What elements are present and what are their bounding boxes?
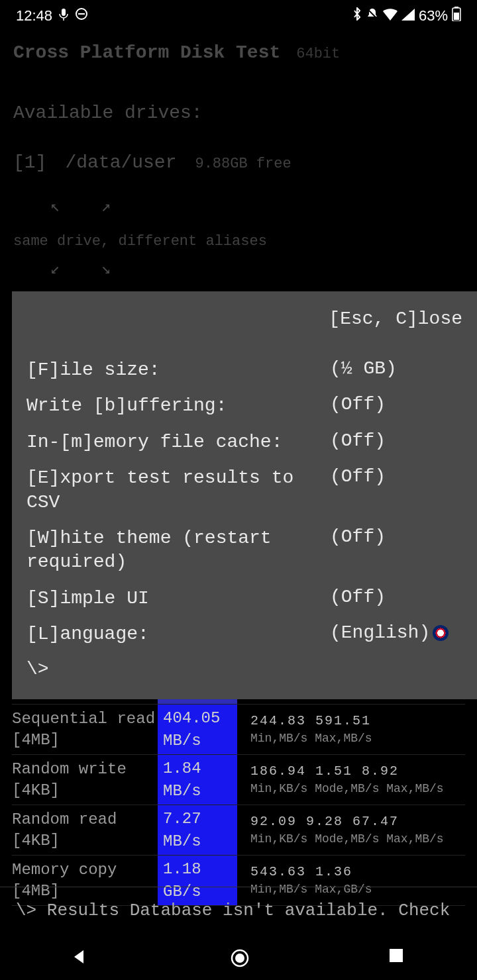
drive-path: /data/user: [65, 152, 176, 173]
app-title: Cross Platform Disk Test: [13, 42, 280, 63]
option-row[interactable]: [F]ile size:(½ GB): [26, 358, 462, 382]
option-value: (½ GB): [330, 358, 462, 382]
result-value: 7.27MB/s: [158, 805, 237, 855]
drive-index: [1]: [13, 152, 46, 173]
alias-note: same drive, different aliases: [13, 233, 464, 250]
arch-label: 64bit: [296, 46, 340, 62]
option-row[interactable]: [E]xport test results to CSV(Off): [26, 466, 462, 514]
result-label: Random read [4KB]: [12, 809, 158, 850]
option-label: [S]imple UI: [26, 587, 330, 611]
battery-icon: [452, 7, 461, 25]
result-stats: 92.09 9.28 67.47Min,KB/s Mode,MB/s Max,M…: [237, 812, 465, 848]
drive-item[interactable]: [1] /data/user 9.88GB free: [13, 152, 464, 173]
dnd-icon: [75, 7, 88, 24]
signal-icon: [401, 7, 415, 24]
svg-point-8: [235, 954, 244, 963]
drives-label: Available drives:: [13, 103, 464, 123]
bluetooth-icon: [352, 7, 362, 24]
mic-icon: [59, 7, 68, 24]
footer-message: \> Results Database isn't available. Che…: [0, 887, 477, 934]
status-bar: 12:48 63%: [0, 0, 477, 32]
notifications-off-icon: [366, 7, 379, 24]
arrows-up: ↖ ↗: [50, 197, 464, 216]
option-value: (Off): [330, 466, 462, 514]
option-label: In-[m]emory file cache:: [26, 430, 330, 454]
option-value: (Off): [330, 430, 462, 454]
result-stats: 186.94 1.51 8.92Min,KB/s Mode,MB/s Max,M…: [237, 762, 465, 797]
option-row[interactable]: [L]anguage:(English): [26, 622, 462, 646]
option-value: (Off): [330, 587, 462, 611]
svg-rect-6: [454, 13, 459, 20]
options-modal: [Esc, C]lose [F]ile size:(½ GB)Write [b]…: [12, 291, 477, 699]
svg-rect-0: [62, 9, 66, 16]
option-label: [F]ile size:: [26, 358, 330, 382]
background-content: Cross Platform Disk Test 64bit Available…: [0, 32, 477, 329]
option-row[interactable]: [S]imple UI(Off): [26, 587, 462, 611]
svg-rect-9: [390, 949, 403, 962]
close-button[interactable]: [Esc, C]lose: [26, 309, 462, 329]
option-label: [W]hite theme (restart required): [26, 526, 330, 575]
option-label: [L]anguage:: [26, 622, 330, 646]
android-navbar: [0, 934, 477, 980]
drive-free: 9.88GB free: [195, 156, 291, 172]
result-value: 1.84MB/s: [158, 755, 237, 805]
battery-percent: 63%: [419, 7, 448, 24]
status-time: 12:48: [16, 7, 52, 24]
back-button[interactable]: [70, 948, 89, 966]
option-label: Write [b]uffering:: [26, 394, 330, 418]
uk-flag-icon: [433, 625, 449, 641]
option-value: (Off): [330, 394, 462, 418]
home-button[interactable]: [229, 948, 248, 966]
result-stats: 244.83 591.51Min,MB/s Max,MB/s: [237, 712, 465, 747]
arrows-down: ↙ ↘: [50, 259, 464, 278]
wifi-icon: [383, 7, 398, 24]
option-row[interactable]: Write [b]uffering:(Off): [26, 394, 462, 418]
result-label: Random write [4KB]: [12, 759, 158, 800]
prompt: \>: [26, 659, 462, 679]
result-label: Sequential read [4MB]: [12, 709, 158, 750]
result-row: Random read [4KB]7.27MB/s92.09 9.28 67.4…: [12, 805, 465, 856]
option-value: (Off): [330, 526, 462, 575]
result-row: Sequential read [4MB]404.05MB/s244.83 59…: [12, 705, 465, 755]
option-row[interactable]: In-[m]emory file cache:(Off): [26, 430, 462, 454]
option-row[interactable]: [W]hite theme (restart required)(Off): [26, 526, 462, 575]
svg-rect-5: [454, 7, 458, 8]
option-value: (English): [330, 622, 462, 646]
result-row: Random write [4KB]1.84MB/s186.94 1.51 8.…: [12, 755, 465, 805]
option-label: [E]xport test results to CSV: [26, 466, 330, 514]
recents-button[interactable]: [388, 948, 407, 966]
result-value: 404.05MB/s: [158, 705, 237, 754]
